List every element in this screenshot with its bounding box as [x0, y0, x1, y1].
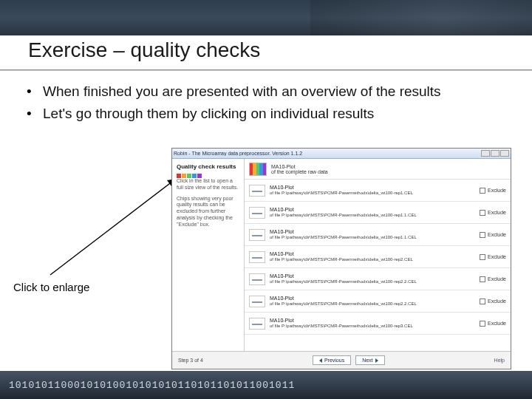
next-label: Next — [362, 358, 372, 363]
exclude-checkbox[interactable] — [480, 210, 485, 216]
plot-thumbnail-icon — [249, 207, 265, 219]
result-path: of file P:\pathway\dir\MSTS\PCMR-Paserme… — [270, 324, 475, 329]
result-name: MA10-Plot — [270, 273, 475, 279]
result-path: of file P:\pathway\dir\MSTS\PCMR-Paserme… — [270, 257, 475, 262]
title-underline — [0, 69, 532, 70]
result-path: of file P:\pathway\dir\MSTS\PCMR-Paserme… — [270, 191, 475, 196]
result-row[interactable]: MA10-Plot of file P:\pathway\dir\MSTS\PC… — [245, 202, 511, 224]
exclude-control[interactable]: Exclude — [480, 232, 506, 238]
result-row[interactable]: MA10-Plot of file P:\pathway\dir\MSTS\PC… — [245, 313, 511, 335]
app-window[interactable]: Robin - The Microarray data preprocessor… — [171, 148, 511, 369]
exclude-checkbox[interactable] — [480, 321, 485, 327]
result-name: MA10-Plot — [270, 229, 475, 235]
exclude-label: Exclude — [488, 321, 506, 326]
wizard-bar: Step 3 of 4 Previous Next Help — [172, 351, 511, 369]
result-row[interactable]: MA10-Plot of file P:\pathway\dir\MSTS\PC… — [245, 180, 511, 202]
plot-thumbnail-icon — [249, 229, 265, 241]
result-name: MA10-Plot — [270, 318, 475, 324]
result-meta: MA10-Plot of file P:\pathway\dir\MSTS\PC… — [270, 318, 475, 330]
window-title: Robin - The Microarray data preprocessor… — [174, 151, 302, 156]
window-controls — [481, 150, 509, 157]
maximize-icon[interactable] — [491, 150, 499, 157]
bullet-item: When finished you are presented with an … — [27, 83, 499, 100]
plot-thumbnail-icon — [249, 318, 265, 330]
result-row[interactable]: MA10-Plot of file P:\pathway\dir\MSTS\PC… — [245, 268, 511, 290]
summary-name: MA10-Plot — [271, 164, 328, 169]
exclude-control[interactable]: Exclude — [480, 299, 506, 304]
result-path: of file P:\pathway\dir\MSTS\PCMR-Paserme… — [270, 235, 475, 240]
exclude-checkbox[interactable] — [480, 188, 485, 194]
summary-label: MA10-Plot of the complete raw data — [271, 164, 328, 174]
exclude-control[interactable]: Exclude — [480, 188, 506, 194]
summary-row[interactable]: MA10-Plot of the complete raw data — [245, 159, 511, 180]
exclude-label: Exclude — [488, 188, 506, 193]
next-button[interactable]: Next — [355, 355, 384, 365]
result-meta: MA10-Plot of file P:\pathway\dir\MSTS\PC… — [270, 229, 475, 241]
header-band — [0, 0, 532, 35]
result-meta: MA10-Plot of file P:\pathway\dir\MSTS\PC… — [270, 185, 475, 197]
svg-line-0 — [50, 179, 176, 275]
result-row[interactable]: MA10-Plot of file P:\pathway\dir\MSTS\PC… — [245, 224, 511, 246]
plot-thumbnail-icon — [249, 273, 265, 285]
result-meta: MA10-Plot of file P:\pathway\dir\MSTS\PC… — [270, 296, 475, 307]
header-texture — [310, 0, 532, 35]
exclude-label: Exclude — [488, 232, 506, 237]
footer-binary-text: 1010101100010101001010101011010110101100… — [9, 380, 295, 391]
help-link[interactable]: Help — [494, 358, 505, 363]
exclude-checkbox[interactable] — [480, 299, 485, 304]
plot-thumbnail-icon — [249, 185, 265, 197]
results-list: MA10-Plot of the complete raw data MA10-… — [245, 159, 511, 351]
result-path: of file P:\pathway\dir\MSTS\PCMR-Paserme… — [270, 279, 475, 284]
summary-thumbnail-icon — [249, 163, 267, 176]
exclude-checkbox[interactable] — [480, 254, 485, 260]
plot-thumbnail-icon — [249, 296, 265, 307]
bullet-list: When finished you are presented with an … — [27, 83, 499, 127]
footer-band: 1010101100010101001010101011010110101100… — [0, 371, 532, 399]
result-path: of file P:\pathway\dir\MSTS\PCMR-Paserme… — [270, 213, 475, 218]
result-name: MA10-Plot — [270, 296, 475, 301]
result-row[interactable]: MA10-Plot of file P:\pathway\dir\MSTS\PC… — [245, 246, 511, 268]
click-to-enlarge-label: Click to enlarge — [13, 281, 89, 293]
exclude-label: Exclude — [488, 210, 506, 215]
chevron-left-icon — [319, 358, 322, 363]
sidebar-text-1: Click in the list to open a full size vi… — [177, 178, 239, 191]
exclude-label: Exclude — [488, 276, 506, 282]
close-icon[interactable] — [500, 150, 509, 157]
result-meta: MA10-Plot of file P:\pathway\dir\MSTS\PC… — [270, 207, 475, 219]
result-meta: MA10-Plot of file P:\pathway\dir\MSTS\PC… — [270, 273, 475, 285]
sidebar: Quality check results Click in the list … — [172, 159, 245, 351]
wizard-step-label: Step 3 of 4 — [178, 358, 203, 363]
exclude-control[interactable]: Exclude — [480, 210, 506, 216]
exclude-label: Exclude — [488, 254, 506, 259]
window-titlebar: Robin - The Microarray data preprocessor… — [172, 149, 511, 159]
result-meta: MA10-Plot of file P:\pathway\dir\MSTS\PC… — [270, 251, 475, 263]
previous-button[interactable]: Previous — [313, 355, 351, 365]
sidebar-text-2: Chips showing very poor quality results … — [177, 196, 239, 228]
bullet-item: Let's go through them by clicking on ind… — [27, 105, 499, 123]
app-body: Quality check results Click in the list … — [172, 159, 511, 351]
summary-path: of the complete raw data — [271, 169, 328, 174]
exclude-checkbox[interactable] — [480, 232, 485, 238]
result-path: of file P:\pathway\dir\MSTS\PCMR-Paserme… — [270, 301, 475, 307]
wizard-nav: Previous Next — [313, 355, 385, 365]
slide: Exercise – quality checks When finished … — [0, 0, 532, 399]
result-row[interactable]: MA10-Plot of file P:\pathway\dir\MSTS\PC… — [245, 290, 511, 313]
exclude-control[interactable]: Exclude — [480, 276, 506, 282]
plot-thumbnail-icon — [249, 251, 265, 263]
chevron-right-icon — [375, 358, 378, 363]
exclude-control[interactable]: Exclude — [480, 254, 506, 260]
arrow-annotation — [44, 170, 185, 281]
minimize-icon[interactable] — [481, 150, 490, 157]
exclude-label: Exclude — [488, 299, 506, 304]
previous-label: Previous — [324, 358, 344, 363]
result-name: MA10-Plot — [270, 251, 475, 257]
result-name: MA10-Plot — [270, 207, 475, 213]
exclude-checkbox[interactable] — [480, 276, 485, 282]
result-name: MA10-Plot — [270, 185, 475, 191]
exclude-control[interactable]: Exclude — [480, 321, 506, 327]
slide-title: Exercise – quality checks — [28, 38, 260, 62]
sidebar-heading: Quality check results — [177, 163, 239, 171]
